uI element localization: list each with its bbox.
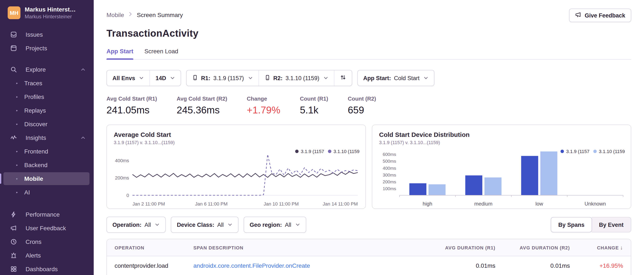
- filter-bar: All Envs 14D R1: 3.1.9 (1157) R2:: [106, 70, 631, 86]
- chevron-down-icon: [248, 76, 253, 81]
- sidebar-item-issues[interactable]: Issues: [4, 28, 90, 41]
- give-feedback-button[interactable]: Give Feedback: [569, 9, 631, 22]
- tab-screen-load[interactable]: Screen Load: [144, 48, 178, 59]
- svg-text:400ms: 400ms: [383, 166, 396, 171]
- org-name: Markus Hinterst…: [25, 6, 76, 13]
- column-avg-duration-r1[interactable]: AVG DURATION (R1): [445, 245, 495, 250]
- tab-bar: App Start Screen Load: [106, 48, 631, 60]
- app-start-type-dropdown[interactable]: App Start: Cold Start: [358, 70, 434, 86]
- span-filter-bar: Operation: All Device Class: All Geo reg…: [106, 217, 631, 233]
- column-operation[interactable]: OPERATION: [114, 245, 193, 250]
- sidebar-item-insights[interactable]: Insights: [4, 131, 90, 144]
- page-title: TransactionActivity: [106, 28, 631, 39]
- svg-text:Jan 6 11:00 PM: Jan 6 11:00 PM: [195, 201, 228, 207]
- release-icon: [192, 74, 198, 82]
- geo-region-group: Geo region: All: [244, 217, 306, 233]
- clock-icon: [9, 238, 18, 245]
- issues-icon: [9, 31, 18, 38]
- org-switcher[interactable]: MH Markus Hinterst… Markus Hintersteiner: [0, 0, 94, 24]
- chevron-up-icon: [80, 67, 86, 73]
- sidebar-item-projects[interactable]: Projects: [4, 42, 90, 55]
- svg-text:500ms: 500ms: [383, 159, 396, 163]
- sidebar-item-frontend[interactable]: Frontend: [4, 145, 90, 158]
- bullet-icon: [16, 178, 18, 179]
- column-change[interactable]: CHANGE ↓: [597, 244, 623, 251]
- chart-title: Cold Start Device Distribution: [379, 131, 624, 138]
- cell-span-description-link[interactable]: androidx.core.content.FileProvider.onCre…: [193, 262, 416, 269]
- svg-text:200ms: 200ms: [115, 175, 129, 181]
- column-avg-duration-r2[interactable]: AVG DURATION (R2): [520, 245, 570, 250]
- stat-change: Change +1.79%: [247, 96, 280, 116]
- search-icon: [9, 66, 18, 73]
- stat-count-r1: Count (R1) 5.1k: [300, 96, 328, 116]
- sidebar-item-traces[interactable]: Traces: [4, 77, 90, 90]
- legend-label: 3.1.9 (1157: [566, 149, 590, 154]
- stat-label: Avg Cold Start (R2): [176, 96, 227, 102]
- chevron-up-icon: [80, 135, 86, 141]
- sidebar-item-alerts[interactable]: Alerts: [4, 249, 90, 262]
- sidebar-item-dashboards[interactable]: Dashboards: [4, 263, 90, 275]
- column-span-description[interactable]: SPAN DESCRIPTION: [193, 245, 416, 250]
- device-class-label: Device Class:: [177, 221, 214, 228]
- sidebar-item-performance[interactable]: Performance: [4, 208, 90, 221]
- sidebar-item-profiles[interactable]: Profiles: [4, 90, 90, 103]
- projects-icon: [9, 45, 18, 52]
- legend-dot-icon: [593, 150, 597, 153]
- chart-legend: 3.1.9 (11573.1.10 (1159: [560, 149, 625, 154]
- sidebar-item-replays[interactable]: Replays: [4, 104, 90, 117]
- sidebar-item-label: Projects: [26, 45, 47, 52]
- legend-label: 3.1.10 (1159: [334, 149, 360, 154]
- svg-text:Unknown: Unknown: [584, 201, 606, 207]
- stat-label: Count (R1): [300, 96, 328, 102]
- sort-descending-icon: ↓: [620, 244, 623, 251]
- release-r2-dropdown[interactable]: R2: 3.1.10 (1159): [258, 70, 334, 86]
- table-row[interactable]: contentprovider.load androidx.core.conte…: [107, 256, 631, 275]
- legend-item[interactable]: 3.1.9 (1157: [295, 149, 324, 154]
- toggle-by-spans[interactable]: By Spans: [550, 217, 592, 232]
- device-class-dropdown[interactable]: Device Class: All: [172, 217, 238, 232]
- sidebar-item-label: Backend: [24, 162, 48, 168]
- sidebar-item-ai[interactable]: AI: [4, 186, 90, 199]
- legend-item[interactable]: 3.1.9 (1157: [560, 149, 590, 154]
- sidebar-item-label: Crons: [26, 238, 42, 245]
- date-range-dropdown[interactable]: 14D: [150, 70, 181, 86]
- sidebar-item-explore[interactable]: Explore: [4, 63, 90, 76]
- sidebar-item-crons[interactable]: Crons: [4, 235, 90, 248]
- sidebar-item-label: Mobile: [24, 175, 43, 182]
- bullet-icon: [16, 83, 18, 84]
- sidebar-item-label: User Feedback: [26, 225, 66, 231]
- svg-text:medium: medium: [474, 201, 492, 207]
- device-distribution-card: Cold Start Device Distribution 3.1.9 (11…: [372, 125, 631, 209]
- chevron-down-icon: [295, 222, 300, 227]
- toggle-by-event[interactable]: By Event: [592, 217, 631, 232]
- sidebar-item-label: Traces: [24, 80, 42, 87]
- svg-text:Jan 14 11:00 PM: Jan 14 11:00 PM: [323, 201, 358, 207]
- svg-text:400ms: 400ms: [115, 158, 129, 163]
- sidebar-item-mobile[interactable]: Mobile: [4, 172, 90, 185]
- line-chart: 400ms200ms0Jan 2 11:00 PMJan 6 11:00 PMJ…: [114, 147, 360, 207]
- release-r1-value: 3.1.9 (1157): [214, 75, 244, 81]
- geo-region-dropdown[interactable]: Geo region: All: [244, 217, 306, 232]
- breadcrumb-parent[interactable]: Mobile: [106, 11, 124, 18]
- legend-item[interactable]: 3.1.10 (1159: [593, 149, 625, 154]
- device-class-group: Device Class: All: [171, 217, 239, 233]
- sidebar-item-backend[interactable]: Backend: [4, 159, 90, 171]
- svg-text:200ms: 200ms: [383, 179, 396, 184]
- sidebar-item-label: Performance: [26, 211, 60, 218]
- legend-dot-icon: [328, 150, 331, 153]
- stat-value: 241.05ms: [106, 104, 157, 116]
- legend-item[interactable]: 3.1.10 (1159: [328, 149, 360, 154]
- release-r1-dropdown[interactable]: R1: 3.1.9 (1157): [186, 70, 258, 86]
- chart-legend: 3.1.9 (11573.1.10 (1159: [295, 149, 360, 154]
- sidebar: MH Markus Hinterst… Markus Hintersteiner…: [0, 0, 94, 275]
- sidebar-item-user-feedback[interactable]: User Feedback: [4, 222, 90, 234]
- insights-icon: [9, 134, 18, 141]
- environment-dropdown[interactable]: All Envs: [107, 70, 150, 86]
- svg-text:100ms: 100ms: [383, 186, 396, 191]
- tab-app-start[interactable]: App Start: [106, 48, 133, 59]
- svg-text:low: low: [536, 201, 543, 207]
- sidebar-item-discover[interactable]: Discover: [4, 118, 90, 130]
- operation-dropdown[interactable]: Operation: All: [107, 217, 166, 232]
- swap-releases-button[interactable]: [334, 70, 352, 86]
- avg-cold-start-card: Average Cold Start 3.1.9 (1157) v. 3.1.1…: [106, 125, 366, 209]
